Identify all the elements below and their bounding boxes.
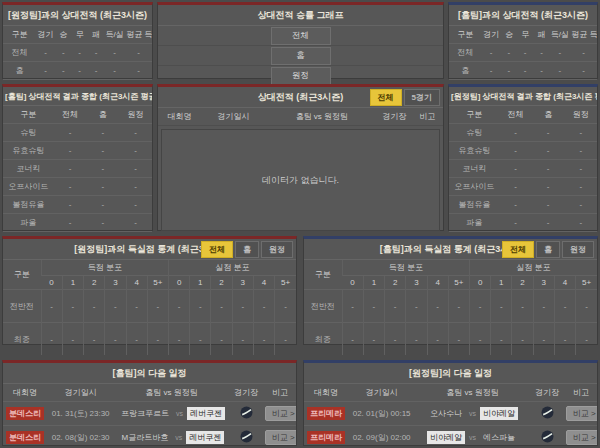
winrate-row-label: 홈 — [271, 47, 331, 65]
cell-value: - — [533, 62, 549, 80]
column-header: 구분 — [449, 26, 482, 44]
table-row: 볼점유율 - - - — [449, 196, 597, 214]
compare-button[interactable]: 비교 > — [566, 430, 597, 445]
compare-button[interactable]: 비교 > — [265, 406, 296, 421]
column-header: 득/실 — [550, 26, 571, 44]
panel-title: [원정팀]의 다음 일정 — [304, 363, 597, 384]
column-header-league: 대회명 — [3, 384, 47, 402]
row-label: 슈팅 — [3, 124, 54, 142]
filter-5games-button[interactable]: 5경기 — [404, 89, 440, 106]
cell-value: - — [84, 290, 105, 323]
cell-value: - — [564, 196, 597, 214]
panel-title: [원정팀]과의 상대전적 (최근3시즌) — [3, 5, 152, 26]
winrate-row-label: 원정 — [271, 67, 331, 85]
filter-all-button[interactable]: 전체 — [502, 241, 534, 258]
column-header-note: 비고 — [565, 384, 597, 402]
table-row: 전체 - - - - - - — [3, 44, 152, 62]
match-datetime: 02. 08(일) 02:30 — [47, 426, 114, 448]
cell-value: - — [532, 142, 565, 160]
filter-home-button[interactable]: 홈 — [235, 241, 259, 258]
filter-all-button[interactable]: 전체 — [370, 89, 402, 106]
filter-all-button[interactable]: 전체 — [201, 241, 233, 258]
filter-away-button[interactable]: 원정 — [562, 241, 594, 258]
cell-value: - — [342, 290, 363, 323]
cell-value: - — [105, 290, 126, 323]
vs-label: vs — [469, 434, 476, 441]
cell-value: - — [533, 44, 549, 62]
cell-value: - — [564, 124, 597, 142]
stadium-icon[interactable] — [240, 430, 253, 445]
group-header-row: 구분 득점 분포 실점 분포 — [304, 260, 597, 276]
cell-value: - — [532, 160, 565, 178]
filter-home-button[interactable]: 홈 — [536, 241, 560, 258]
column-header-note: 비고 — [264, 384, 296, 402]
row-label: 볼점유율 — [449, 196, 499, 214]
row-label: 파울 — [449, 214, 499, 232]
cell-value: - — [512, 323, 533, 356]
cell-value: - — [491, 290, 512, 323]
compare-button[interactable]: 비교 > — [566, 406, 597, 421]
away-team-name: 레버쿠젠 — [186, 431, 224, 444]
goal-stats-table-home: 구분 득점 분포 실점 분포 0 1 2 3 4 5+ 0 1 2 3 4 5+ — [3, 260, 296, 355]
match-datetime: 02. 01(일) 00:15 — [348, 402, 415, 426]
cell-value: - — [517, 62, 533, 80]
panel-title: [홈팀]의 다음 일정 — [3, 363, 296, 384]
score-columns-row: 0 1 2 3 4 5+ 0 1 2 3 4 5+ — [304, 276, 597, 290]
cell-value: - — [550, 44, 571, 62]
cell-value: - — [499, 160, 532, 178]
compare-button[interactable]: 비교 > — [265, 430, 296, 445]
vs-label: vs — [176, 410, 183, 417]
home-team-name: 오사수나 — [427, 407, 465, 420]
stadium-icon[interactable] — [541, 406, 554, 421]
cell-value: - — [105, 323, 126, 356]
cell-value: - — [570, 62, 597, 80]
filter-away-button[interactable]: 원정 — [261, 241, 293, 258]
score-column: 5+ — [448, 276, 469, 290]
winrate-bar-row: 홈 — [158, 46, 443, 66]
table-row: 최종 - - - - - - - - - - - - — [304, 323, 597, 356]
match-teams: 오사수나 vs 비야레알 — [416, 407, 528, 420]
stadium-icon[interactable] — [240, 406, 253, 421]
panel-title: 상대전적 (최근3시즌) 전체 5경기 — [158, 87, 443, 108]
score-column: 3 — [232, 276, 253, 290]
column-header: 평균 득/실 — [570, 26, 597, 44]
cell-value: - — [72, 62, 88, 80]
filter-group: 전체 홈 원정 — [201, 241, 293, 258]
away-team-name: 에스파뇰 — [480, 431, 518, 444]
table-row: 전체 - - - - - - — [449, 44, 597, 62]
score-column: 4 — [126, 276, 147, 290]
cell-value: - — [385, 323, 406, 356]
home-team-name: M글라트바흐 — [119, 431, 172, 444]
cell-value: - — [119, 160, 152, 178]
table-header-row: 구분경기승무패득/실평균 득/실 — [449, 26, 597, 44]
cell-value: - — [119, 178, 152, 196]
cell-value: - — [86, 178, 119, 196]
cell-value: - — [211, 323, 232, 356]
score-column: 4 — [253, 276, 274, 290]
cell-value: - — [482, 44, 501, 62]
filter-group: 전체 홈 원정 — [502, 241, 594, 258]
cell-value: - — [448, 323, 469, 356]
cell-value: - — [104, 62, 125, 80]
column-header: 무 — [517, 26, 533, 44]
column-header: 전체 — [54, 106, 87, 124]
score-column: 2 — [84, 276, 105, 290]
panel-winrate-graph: 상대전적 승률 그래프 전체 홈 원정 — [157, 2, 444, 79]
column-header-note: 비고 — [412, 111, 443, 122]
row-label: 볼점유율 — [3, 196, 54, 214]
cell-value: - — [54, 142, 87, 160]
match-teams: 프랑크푸르트 vs 레버쿠젠 — [115, 407, 227, 420]
stadium-icon[interactable] — [541, 430, 554, 445]
cell-value: - — [126, 290, 147, 323]
panel-result-summary-home: [홈팀] 상대전적 결과 종합 (최근3시즌 평균) 구분전체홈원정 슈팅 - … — [2, 84, 153, 231]
row-label: 슈팅 — [449, 124, 499, 142]
panel-title: 상대전적 승률 그래프 — [158, 5, 443, 26]
panel-goal-stats-away: [홈팀]과의 득실점 통계 (최근3시즌) 전체 홈 원정 구분 득점 분포 실… — [303, 236, 598, 345]
column-header: 홈 — [86, 106, 119, 124]
score-column: 4 — [554, 276, 575, 290]
table-row: 홈 - - - - - - — [449, 62, 597, 80]
row-label: 최종 — [3, 323, 41, 356]
cell-value: - — [55, 44, 71, 62]
schedule-row: 프리메라 02. 09(일) 02:00 비야레알 vs 에스파뇰 비교 > — [304, 426, 597, 448]
score-column: 1 — [363, 276, 384, 290]
